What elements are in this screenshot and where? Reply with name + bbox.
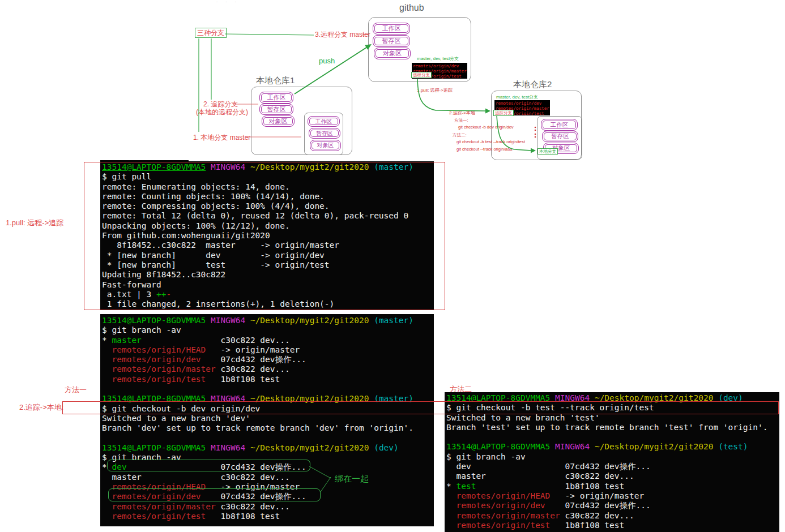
annotation-pull: 1.pull: 远程->追踪 <box>6 218 63 228</box>
repo2-track-note: 2.追踪->本地 <box>449 110 475 116</box>
repo1-title: 本地仓库1 <box>256 75 295 86</box>
annotation-method1: 方法一 <box>65 385 87 395</box>
repo1-inner-object-box: 对象区 <box>310 140 341 151</box>
highlight-box-checkout-commands <box>62 401 779 414</box>
github-stage-box: 暂存区 <box>373 35 410 47</box>
highlight-box-remote-dev-branch <box>108 488 321 501</box>
github-pull-note: 1.pull: 远程->追踪 <box>417 87 453 93</box>
repo2-method2-cmd1: git checkout -b test --track origin/test <box>457 139 525 144</box>
remote-branch-tag: 远程分支 <box>411 72 432 78</box>
repo2-method1-label: 方法一: <box>454 118 468 123</box>
local-branch-tag: 本地分支 <box>537 148 558 155</box>
label-tracking-branch-sub: (本地的远程分支) <box>196 108 248 117</box>
repo1-inner-workspace-box: 工作区 <box>308 116 340 127</box>
github-object-box: 对象区 <box>374 48 411 59</box>
repo2-title: 本地仓库2 <box>513 79 552 90</box>
repo2-workspace-box: 工作区 <box>541 119 578 131</box>
tracking-branch-tag: 追踪分支 <box>493 110 514 116</box>
repo2-branches-note: master, dev, test分支 <box>496 94 538 100</box>
top-artifact: · · · <box>216 0 240 4</box>
github-workspace-box: 工作区 <box>373 23 410 35</box>
repo1-workspace-box: 工作区 <box>259 92 293 104</box>
annotation-method2: 方法二 <box>450 384 472 394</box>
repo1-stage-box: 暂存区 <box>259 104 293 115</box>
repo2-stage-box: 暂存区 <box>542 131 578 142</box>
repo2-method2-cmd2: git checkout --track origin/aaa <box>457 147 512 152</box>
page: · · · 三种分支 3.远程分支 master 2. 追踪分支 (本地的远程分… <box>0 0 785 532</box>
label-remote-branch: 3.远程分支 master <box>315 30 370 40</box>
label-local-branch: 1. 本地分支 master <box>193 133 250 143</box>
label-push: push <box>319 57 335 65</box>
repo2-method2-label: 方法二: <box>453 132 467 138</box>
github-branches-note: master, dev, test分支 <box>417 55 459 62</box>
legend-three-branches: 三种分支 <box>195 28 227 38</box>
remote-ref: remotes/origin/dev <box>413 63 466 68</box>
repo2-method1-cmd: git checkout -b dev origin/dev <box>458 125 514 130</box>
annotation-track-to-local: 2.追踪->本地: <box>19 402 63 413</box>
annotation-bound-together: 绑在一起 <box>335 474 369 484</box>
remote-ref: remotes/origin/dev <box>496 101 549 106</box>
repo1-object-box: 对象区 <box>262 115 295 127</box>
highlight-box-pull-output <box>84 162 445 310</box>
repo1-inner-stage-box: 暂存区 <box>309 128 340 139</box>
github-title: github <box>399 3 424 13</box>
highlight-box-dev-branch <box>107 460 310 471</box>
